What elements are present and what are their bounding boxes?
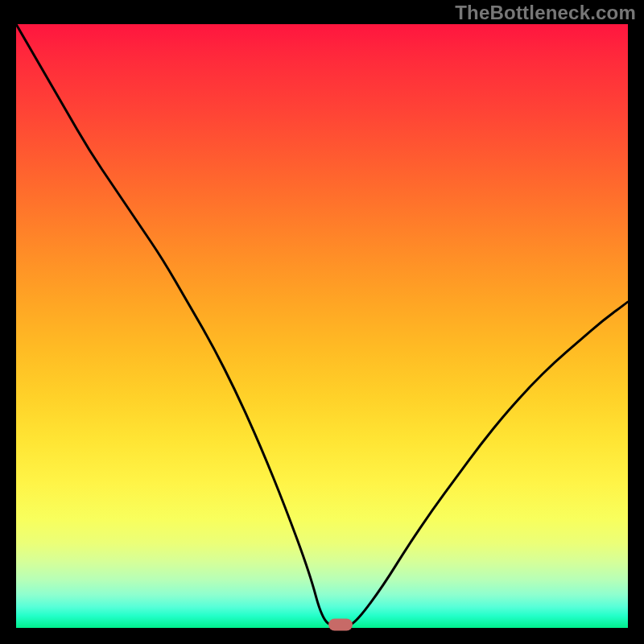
watermark-text: TheBottleneck.com [455,2,636,24]
curve-path [16,24,628,628]
bottleneck-curve [16,24,628,628]
optimal-point-marker [328,619,353,631]
plot-area [16,24,628,628]
chart-wrapper: TheBottleneck.com [0,0,644,644]
